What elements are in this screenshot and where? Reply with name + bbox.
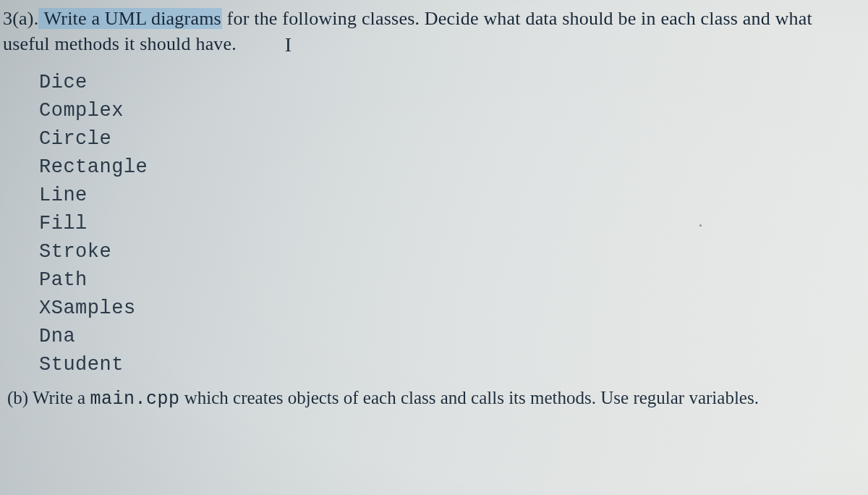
list-item: Fill xyxy=(39,213,862,234)
list-item: Rectangle xyxy=(39,156,862,178)
list-item: Path xyxy=(39,269,862,291)
text-cursor-icon: I xyxy=(285,31,292,59)
class-list: Dice Complex Circle Rectangle Line Fill … xyxy=(39,72,862,376)
list-item: Circle xyxy=(39,128,862,150)
question-3b: (b) Write a main.cpp which creates objec… xyxy=(7,386,858,412)
question-3a-label: 3(a). xyxy=(3,8,38,29)
list-item: Stroke xyxy=(39,241,862,263)
list-item: Line xyxy=(39,185,862,206)
highlighted-text: Write a UML diagrams xyxy=(38,8,222,29)
list-item: Dna xyxy=(39,326,862,347)
page-content: 3(a). Write a UML diagrams for the follo… xyxy=(0,0,868,412)
code-filename: main.cpp xyxy=(90,389,179,410)
list-item: Student xyxy=(39,354,862,376)
question-3b-label: (b) xyxy=(7,388,33,407)
question-3b-before: Write a xyxy=(33,388,90,407)
dust-speck-icon xyxy=(699,224,702,227)
question-3a: 3(a). Write a UML diagrams for the follo… xyxy=(3,6,862,59)
question-3b-after: which creates objects of each class and … xyxy=(180,388,759,407)
list-item: Dice xyxy=(39,72,862,93)
list-item: XSamples xyxy=(39,297,862,319)
list-item: Complex xyxy=(39,100,862,122)
